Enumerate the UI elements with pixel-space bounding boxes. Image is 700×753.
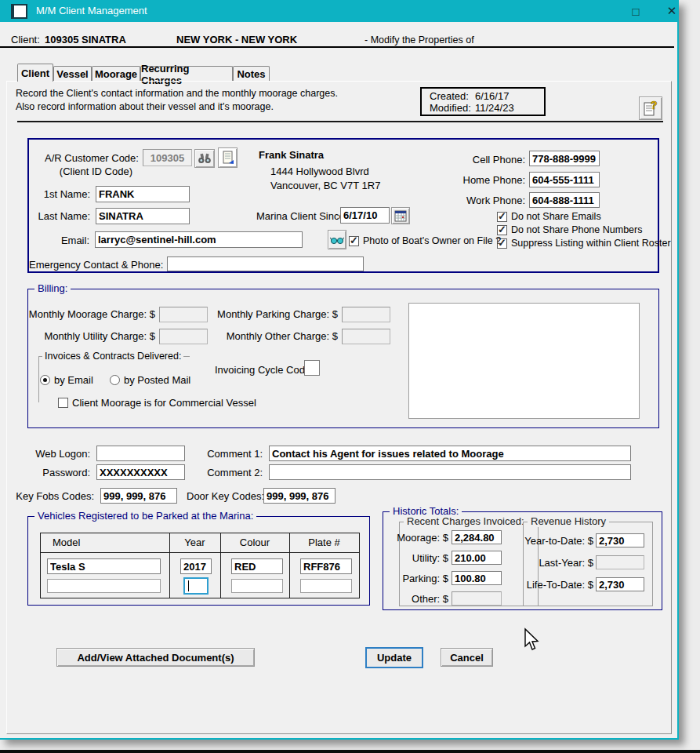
web-logon-label: Web Logon: <box>14 448 90 460</box>
recent-moorage-input[interactable] <box>452 530 502 544</box>
comment1-input[interactable] <box>269 446 631 461</box>
delivery-email-radio[interactable] <box>40 375 50 385</box>
tab-notes[interactable]: Notes <box>233 66 270 82</box>
svg-text:?: ? <box>651 100 658 111</box>
work-phone-label: Work Phone: <box>421 195 525 206</box>
column-header-model: Model <box>53 537 80 548</box>
tab-vessel[interactable]: Vessel <box>53 66 92 82</box>
maximize-icon: □ <box>632 5 639 18</box>
vehicle-colour-input-2[interactable] <box>231 579 283 593</box>
photo-on-file-checkbox[interactable] <box>349 236 359 246</box>
text-caret <box>188 580 189 591</box>
door-keys-label: Door Key Codes: <box>187 490 259 502</box>
window-title: M/M Client Management <box>36 5 147 16</box>
monthly-moorage-input[interactable] <box>159 307 208 322</box>
invoicing-cycle-input[interactable] <box>304 360 320 376</box>
share-phones-label: Do not Share Phone Numbers <box>511 224 642 235</box>
search-client-button[interactable] <box>194 149 215 168</box>
key-fobs-input[interactable] <box>100 488 177 504</box>
modified-label: Modified: <box>430 102 471 114</box>
revenue-ltd-input[interactable] <box>596 577 644 591</box>
first-name-label: 1st Name: <box>29 188 90 200</box>
edit-code-button[interactable] <box>218 147 238 168</box>
tab-client[interactable]: Client <box>17 64 53 82</box>
first-name-input[interactable] <box>96 186 190 202</box>
vehicle-colour-input-1[interactable] <box>231 558 283 574</box>
vehicle-plate-input-1[interactable] <box>300 558 352 574</box>
home-phone-input[interactable] <box>529 172 600 187</box>
recent-other-label: Other: $ <box>395 593 448 605</box>
vehicle-model-input-2[interactable] <box>47 579 161 593</box>
revenue-lastyear-input[interactable] <box>596 555 644 569</box>
calendar-icon <box>394 210 407 222</box>
share-phones-checkbox[interactable] <box>497 225 507 235</box>
password-input[interactable] <box>96 464 185 480</box>
title-bar: M/M Client Management □ ✕ <box>0 0 677 22</box>
delivery-mail-label: by Posted Mail <box>124 374 190 386</box>
modified-value: 11/24/23 <box>475 102 514 114</box>
table-header-divider <box>41 552 359 553</box>
vehicle-year-input-1[interactable] <box>180 558 212 574</box>
column-header-plate: Plate # <box>289 537 359 548</box>
recent-charges-title: Recent Charges Invoiced: <box>404 515 528 527</box>
key-fobs-label: Key Fobs Codes: <box>6 490 94 502</box>
ar-code-input[interactable] <box>143 149 192 166</box>
header-divider <box>0 46 674 48</box>
monthly-other-input[interactable] <box>342 329 390 344</box>
commercial-vessel-label: Client Moorage is for Commercial Vessel <box>72 397 256 409</box>
maximize-button[interactable]: □ <box>624 2 647 20</box>
close-button[interactable]: ✕ <box>660 2 684 20</box>
email-label: Email: <box>29 235 89 246</box>
recent-utility-input[interactable] <box>452 551 502 565</box>
commercial-vessel-checkbox[interactable] <box>58 398 68 408</box>
vehicles-group: Vehicles Registered to be Parked at the … <box>27 516 370 606</box>
revenue-ytd-input[interactable] <box>596 533 644 547</box>
revenue-history-title: Revenue History <box>528 515 609 527</box>
help-icon: ? <box>643 100 658 117</box>
view-email-button[interactable] <box>328 230 346 249</box>
comment2-input[interactable] <box>269 464 631 480</box>
cancel-button[interactable]: Cancel <box>441 648 493 667</box>
help-button[interactable]: ? <box>639 96 662 120</box>
monthly-parking-label: Monthly Parking Charge: $ <box>215 308 338 320</box>
calendar-button[interactable] <box>391 207 410 224</box>
cell-phone-input[interactable] <box>529 151 600 166</box>
recent-charges-frame: Recent Charges Invoiced: Moorage: $ Util… <box>399 522 539 606</box>
tab-moorage[interactable]: Moorage <box>92 66 140 82</box>
door-keys-input[interactable] <box>263 488 335 504</box>
glasses-icon <box>330 235 344 245</box>
monthly-utility-input[interactable] <box>159 329 208 344</box>
cell-phone-label: Cell Phone: <box>421 154 525 166</box>
comment2-label: Comment 2: <box>198 467 263 478</box>
recent-other-input[interactable] <box>452 591 502 606</box>
vehicle-year-input-2-focused[interactable] <box>183 577 209 595</box>
revenue-ytd-label: Year-to-Date: $ <box>524 535 593 547</box>
vehicle-plate-input-2[interactable] <box>300 579 352 593</box>
app-window: M/M Client Management □ ✕ Client: 109305… <box>0 0 679 740</box>
client-header-label: Client: <box>11 34 40 45</box>
work-phone-input[interactable] <box>529 192 600 208</box>
client-address-line1: 1444 Hollywood Blvrd <box>270 166 369 177</box>
tab-recurring-charges[interactable]: Recurring Charges <box>140 66 233 82</box>
delivery-mail-radio[interactable] <box>110 375 120 385</box>
marina-since-input[interactable] <box>340 207 390 224</box>
web-logon-input[interactable] <box>96 446 185 461</box>
column-header-year: Year <box>169 537 220 548</box>
vehicle-model-input-1[interactable] <box>47 558 161 574</box>
update-button[interactable]: Update <box>365 647 423 668</box>
client-header-location: NEW YORK - NEW YORK <box>176 34 297 45</box>
emergency-input[interactable] <box>167 256 364 271</box>
client-header-mode: - Modify the Properties of <box>365 35 474 45</box>
revenue-history-frame: Revenue History Year-to-Date: $ Last-Yea… <box>523 522 653 606</box>
intro-line-2: Also record information about their vess… <box>16 101 274 112</box>
attached-documents-button[interactable]: Add/View Attached Document(s) <box>56 648 255 667</box>
password-label: Password: <box>14 467 90 478</box>
recent-parking-input[interactable] <box>452 571 502 585</box>
email-input[interactable] <box>95 231 303 248</box>
last-name-input[interactable] <box>96 208 190 224</box>
billing-notes-listbox[interactable] <box>408 303 640 419</box>
monthly-parking-input[interactable] <box>342 307 390 322</box>
share-emails-checkbox[interactable] <box>497 212 507 222</box>
emergency-label: Emergency Contact & Phone: <box>29 259 162 271</box>
section-divider <box>17 121 663 122</box>
